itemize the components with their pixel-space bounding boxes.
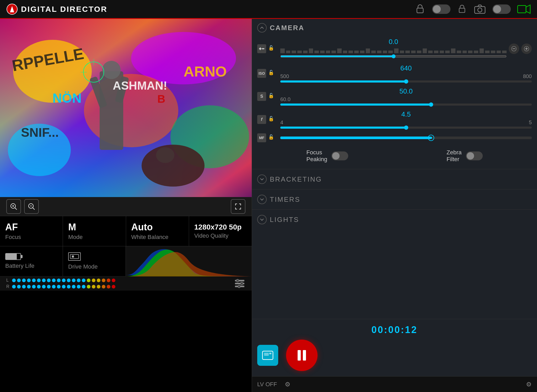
bracketing-section[interactable]: BRACKETING [252, 169, 537, 189]
ev-minus-button[interactable] [509, 43, 519, 54]
iso-slider-fill [280, 80, 406, 83]
gear-icon-2[interactable]: ⚙ [526, 381, 532, 388]
camera-section-header: CAMERA [257, 23, 532, 32]
fullscreen-button[interactable] [231, 199, 245, 214]
snapshot-icon [262, 351, 273, 360]
camera-collapse-button[interactable] [257, 23, 267, 32]
drive-icon-svg [70, 254, 79, 259]
led-dot [37, 285, 41, 288]
ev-slider[interactable] [280, 54, 507, 58]
svg-rect-53 [269, 353, 271, 354]
shutter-icons: S 🔓 [257, 92, 278, 101]
iso-slider-labels: 500 800 [280, 73, 532, 79]
svg-point-42 [238, 285, 240, 288]
led-dot [42, 285, 46, 288]
logo-area: DIGITAL DIRECTOR [6, 3, 108, 15]
iso-slider-track [280, 80, 532, 83]
lock1-icon [414, 3, 426, 15]
chevron-down-icon-bracketing [260, 177, 264, 181]
led-dot [57, 279, 61, 282]
main-toggle-1[interactable] [432, 4, 450, 14]
led-row-R: R [6, 284, 115, 289]
svg-point-40 [240, 282, 243, 285]
focus-circle [83, 62, 104, 83]
aperture-min-label: 4 [280, 119, 283, 126]
led-dot [27, 285, 31, 288]
iso-icons: ISO 🔓 [257, 69, 278, 78]
lights-collapse-button[interactable] [257, 215, 267, 224]
bracketing-collapse-button[interactable] [257, 175, 267, 184]
led-dot [17, 285, 21, 288]
zoom-out-button[interactable] [24, 199, 39, 214]
focus-dot [430, 137, 432, 139]
chevron-down-icon-lights [260, 217, 264, 222]
app-title: DIGITAL DIRECTOR [21, 5, 108, 14]
zoom-in-button[interactable] [6, 199, 21, 214]
vq-status-cell: 1280x720 50p Video Quality [189, 216, 252, 246]
iso-slider-thumb [404, 79, 408, 84]
svg-marker-7 [526, 5, 530, 13]
svg-text:B: B [157, 93, 165, 105]
camera-section: CAMERA 🔓 0.0 [252, 19, 537, 169]
led-dot [97, 279, 100, 282]
bracketing-title: BRACKETING [270, 175, 322, 183]
iso-value: 640 [280, 64, 532, 72]
led-dot [87, 285, 90, 288]
fullscreen-icon [234, 203, 242, 210]
led-settings-icon1[interactable] [234, 278, 245, 289]
chevron-up-icon [260, 26, 264, 30]
iso-min-label: 500 [280, 73, 289, 79]
led-dot [52, 279, 56, 282]
led-dot [17, 279, 21, 282]
record-pause-button[interactable] [286, 340, 318, 371]
svg-point-16 [102, 61, 121, 79]
focus-slider-fill [280, 137, 431, 139]
lights-section[interactable]: LIGHTS [252, 209, 537, 230]
shutter-control-row: S 🔓 50.0 60.0 [257, 87, 532, 106]
focus-indicator [428, 135, 434, 141]
led-dot [107, 279, 110, 282]
timers-section[interactable]: TIMERS [252, 189, 537, 209]
gear-icon-1[interactable]: ⚙ [285, 381, 291, 388]
record-controls [257, 340, 532, 371]
focus-peaking-label: FocusPeaking [307, 149, 327, 163]
ev-icons: 🔓 [257, 44, 278, 53]
wb-status-cell: Auto White Balance [126, 216, 189, 246]
zoom-in-icon [10, 203, 17, 210]
led-dot [77, 285, 80, 288]
focus-value: AF [5, 222, 57, 233]
led-dot [107, 285, 110, 288]
svg-text:ASHMAN!: ASHMAN! [113, 79, 167, 92]
iso-lock-icon: 🔓 [268, 70, 276, 77]
lights-title: LIGHTS [270, 216, 299, 224]
led-dot [12, 285, 16, 288]
histogram-area [126, 246, 252, 276]
shutter-slider-thumb [429, 102, 433, 107]
ev-plus-button[interactable] [521, 43, 532, 54]
battery-label: Battery Life [5, 263, 57, 269]
svg-rect-34 [70, 254, 79, 259]
focus-peaking-toggle[interactable] [331, 151, 348, 160]
wb-value: Auto [131, 222, 184, 233]
timers-title: TIMERS [270, 195, 300, 204]
main-toggle-2[interactable] [492, 4, 511, 14]
aperture-control-row: f 🔓 4.5 4 5 [257, 110, 532, 129]
shutter-slider-track [280, 104, 532, 106]
graffiti-scene: RPPELLE NÖN ASHMAN! SNIF... ARNO B [0, 19, 252, 197]
led-dot [22, 279, 26, 282]
ev-slider-container: 0.0 for(let i=0;i<40;i++){ document.writ… [280, 38, 507, 59]
video-icon [517, 4, 531, 14]
timers-collapse-button[interactable] [257, 195, 267, 204]
svg-point-20 [156, 147, 174, 163]
svg-rect-52 [264, 353, 269, 356]
lock2-icon [457, 4, 467, 14]
snapshot-button[interactable] [257, 345, 278, 366]
zebra-filter-toggle[interactable] [466, 151, 483, 160]
vq-value: 1280x720 50p [194, 223, 246, 231]
led-dot [27, 279, 31, 282]
zebra-filter-toggle-item: ZebraFilter [447, 149, 482, 163]
aperture-icons: f 🔓 [257, 115, 278, 124]
led-settings-icons [234, 278, 245, 289]
led-dot [72, 279, 76, 282]
focus-peaking-toggle-item: FocusPeaking [307, 149, 348, 163]
